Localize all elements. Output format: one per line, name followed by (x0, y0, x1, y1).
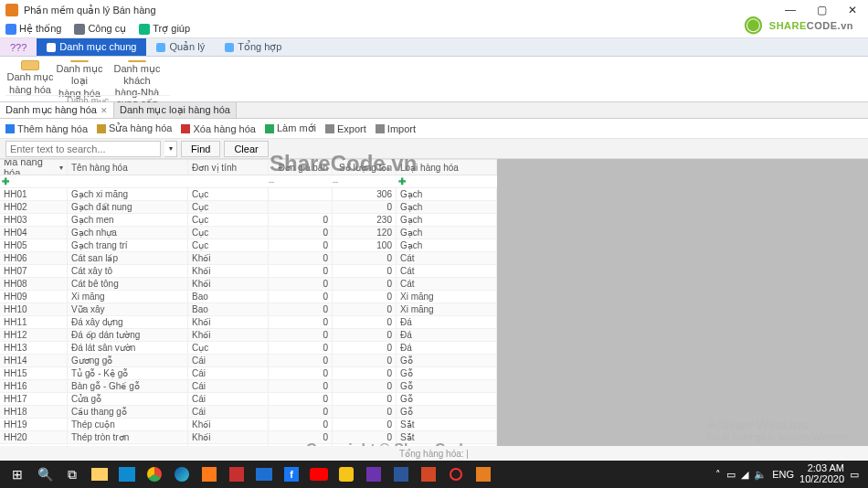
cell-price: 0 (269, 239, 333, 251)
tb-app1[interactable] (196, 461, 223, 488)
tb-yt[interactable] (305, 461, 333, 488)
ribbon-btn-product-catalog[interactable]: Danh mụchàng hóa (5, 58, 55, 95)
tb-fb[interactable]: f (278, 461, 305, 488)
tb-chrome[interactable] (141, 461, 168, 488)
tb-edge[interactable] (168, 461, 196, 488)
tb-app3[interactable] (333, 461, 360, 488)
table-row[interactable]: HH10Vữa xâyBao00Xi măng (0, 303, 497, 316)
cell-type: Cát (397, 278, 497, 290)
find-button[interactable]: Find (181, 141, 220, 157)
doc-tab-products[interactable]: Danh mục hàng hóa✕ (0, 102, 114, 118)
table-row[interactable]: HH06Cát san lấpKhối00Cát (0, 252, 497, 265)
tray-clock[interactable]: 2:03 AM10/2/2020 (799, 463, 844, 484)
table-row[interactable]: HH03Gạch menCục0230Gạch (0, 214, 497, 227)
menu-help[interactable]: Trợ giúp (139, 23, 190, 35)
cell-qty: 0 (333, 393, 397, 405)
ribbon-btn-producttype-catalog[interactable]: Danh mục loạihàng hóa (55, 58, 104, 95)
tray-battery-icon[interactable]: ▭ (726, 469, 736, 481)
table-row[interactable]: HH17Cửa gỗCái00Gỗ (0, 393, 497, 406)
tb-rec[interactable] (442, 461, 470, 488)
cell-unit: Khối (188, 329, 269, 341)
tb-vs[interactable] (360, 461, 387, 488)
cell-qty: 0 (333, 278, 397, 290)
col-unit[interactable]: Đơn vị tính (188, 160, 269, 175)
taskview-button[interactable]: ⧉ (58, 461, 86, 488)
cell-price: 0 (269, 419, 333, 430)
cell-name: Bàn gỗ - Ghế gỗ (68, 380, 188, 392)
close-icon[interactable]: ✕ (101, 106, 108, 115)
ribbon-tab-catalog[interactable]: Danh mục chung (37, 38, 146, 56)
add-button[interactable]: Thêm hàng hóa (5, 123, 88, 134)
menu-system[interactable]: Hệ thống (5, 23, 61, 35)
export-icon (325, 124, 334, 133)
table-row[interactable]: HH18Cầu thang gỗCái00Gỗ (0, 406, 497, 419)
table-row[interactable]: HH15Tủ gỗ - Kệ gỗCái00Gỗ (0, 367, 497, 380)
cell-name: Đá ốp dán tường (68, 329, 188, 341)
table-row[interactable]: HH01Gạch xi măngCục306Gạch (0, 188, 497, 201)
tb-app2[interactable] (223, 461, 250, 488)
import-button[interactable]: Import (376, 123, 416, 134)
tray-up-icon[interactable]: ˄ (715, 469, 721, 481)
search-input[interactable] (5, 141, 161, 157)
table-row[interactable]: HH05Gạch trang tríCục0100Gạch (0, 239, 497, 252)
doc-tab-producttypes[interactable]: Danh mục loại hàng hóa (114, 102, 237, 118)
system-tray[interactable]: ˄ ▭ ◢ 🔈 ENG 2:03 AM10/2/2020 ▭ (715, 463, 864, 484)
col-qty[interactable]: Số lượng tồn (333, 160, 397, 175)
table-row[interactable]: HH09Xi măngBao00Xi măng (0, 291, 497, 303)
tb-store[interactable] (113, 461, 141, 488)
table-row[interactable]: HH16Bàn gỗ - Ghế gỗCái00Gỗ (0, 380, 497, 393)
cell-qty: 0 (333, 419, 397, 430)
ribbon-btn-customer-catalog[interactable]: Danh mục kháchhàng-Nhà cung cấp (104, 58, 170, 95)
cell-code: HH09 (0, 291, 68, 302)
col-name[interactable]: Tên hàng hóa (68, 160, 188, 175)
tb-running[interactable] (470, 461, 497, 488)
table-row[interactable]: HH14Gương gỗCái00Gỗ (0, 355, 497, 367)
ribbon-tab-summary[interactable]: Tổng hợp (215, 38, 291, 56)
table-row[interactable]: HH11Đá xây dựngKhối00Đá (0, 316, 497, 329)
tb-mail[interactable] (250, 461, 278, 488)
clear-button[interactable]: Clear (224, 141, 268, 157)
table-row[interactable]: HH04Gạch nhựaCục0120Gạch (0, 227, 497, 239)
tray-wifi-icon[interactable]: ◢ (741, 469, 748, 481)
tray-notifications-icon[interactable]: ▭ (850, 469, 859, 481)
table-row[interactable]: HH19Thép cuộnKhối00Sắt (0, 419, 497, 431)
cell-unit: Cục (188, 239, 269, 251)
delete-button[interactable]: Xóa hàng hóa (181, 123, 256, 134)
table-row[interactable]: HH08Cát bê tôngKhối00Cát (0, 278, 497, 291)
cell-name: Cầu thang gỗ (68, 406, 188, 418)
cell-type: Gạch (397, 227, 497, 239)
col-price[interactable]: Đơn giá bán (269, 160, 333, 175)
search-dropdown[interactable]: ▾ (164, 141, 177, 157)
menu-tools[interactable]: Công cụ (74, 23, 126, 35)
edit-button[interactable]: Sửa hàng hóa (97, 122, 172, 134)
tb-word[interactable] (387, 461, 415, 488)
folder-icon (21, 60, 39, 70)
tb-explorer[interactable] (86, 461, 113, 488)
table-row[interactable]: HH13Đá lát sân vườnCục00Đá (0, 342, 497, 355)
table-row[interactable]: HH12Đá ốp dán tườngKhối00Đá (0, 329, 497, 342)
col-code[interactable]: Mã hàng hóa ▾ (0, 160, 68, 175)
cell-price: 0 (269, 291, 333, 302)
cell-type: Đá (397, 316, 497, 328)
tray-lang[interactable]: ENG (772, 469, 794, 480)
search-button[interactable]: 🔍 (31, 461, 58, 488)
table-row[interactable]: HH20Thép tròn trơnKhối00Sắt (0, 431, 497, 444)
cell-code: HH05 (0, 239, 68, 251)
col-type[interactable]: Loại hàng hóa (397, 160, 497, 175)
new-row[interactable]: ✚ – – ✚ (0, 175, 497, 188)
ribbon-tab-unknown[interactable]: ??? (0, 38, 37, 56)
cell-price: 0 (269, 265, 333, 277)
ribbon-tab-manage[interactable]: Quản lý (146, 38, 215, 56)
export-button[interactable]: Export (325, 123, 366, 134)
tray-volume-icon[interactable]: 🔈 (754, 469, 767, 481)
refresh-button[interactable]: Làm mới (265, 122, 316, 134)
start-button[interactable]: ⊞ (4, 461, 31, 488)
tb-ppt[interactable] (415, 461, 442, 488)
filter-icon[interactable]: ▾ (59, 164, 63, 172)
table-row[interactable]: HH02Gạch đất nungCục0Gạch (0, 201, 497, 214)
status-bar: Tổng hàng hóa: | (0, 446, 868, 461)
cell-price (269, 188, 333, 200)
table-row[interactable]: HH07Cát xây tôKhối00Cát (0, 265, 497, 278)
cell-unit: Cái (188, 367, 269, 379)
cell-unit: Khối (188, 252, 269, 264)
